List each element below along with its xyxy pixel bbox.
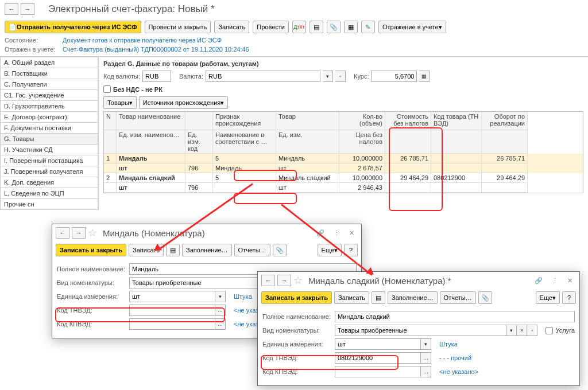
table-cell[interactable] <box>431 163 482 173</box>
sidebar-item[interactable]: E. Договор (контракт) <box>0 112 98 123</box>
table-cell[interactable] <box>482 183 528 193</box>
p2-kind-clear[interactable]: × <box>517 325 527 336</box>
table-cell[interactable]: 10,000000 <box>339 173 385 183</box>
table-cell[interactable] <box>431 183 482 193</box>
p1-list-icon[interactable]: ▤ <box>166 244 180 256</box>
novat-checkbox[interactable] <box>103 85 111 93</box>
favorite-icon[interactable]: ☆ <box>293 274 303 287</box>
p1-fill[interactable]: Заполнение… <box>182 244 232 256</box>
pencil-icon[interactable]: ✎ <box>361 21 375 33</box>
p1-tnved-input[interactable] <box>129 305 215 316</box>
sidebar-item[interactable]: A. Общий раздел <box>0 57 98 68</box>
p1-reports[interactable]: Отчеты… <box>234 244 270 256</box>
table-cell[interactable]: 1 <box>104 154 117 163</box>
table-cell[interactable] <box>185 154 213 163</box>
p2-fullname-input[interactable] <box>335 311 575 322</box>
p2-service-check[interactable] <box>546 327 553 334</box>
p2-tnved-na[interactable]: - - - прочий <box>439 354 471 361</box>
sidebar-item[interactable]: D. Грузоотправитель <box>0 101 98 112</box>
cur-open[interactable]: ▫ <box>335 71 346 82</box>
p2-list-icon[interactable]: ▤ <box>372 291 385 304</box>
p2-kpved-sel[interactable]: … <box>421 366 431 377</box>
p2-tnved-input[interactable] <box>335 352 421 364</box>
table-cell[interactable]: 26 785,71 <box>482 154 528 163</box>
reflect-link[interactable]: Счет-Фактура (выданный) ТДП00000002 от 1… <box>63 46 249 53</box>
p1-saveclose[interactable]: Записать и закрыть <box>56 244 126 256</box>
rate-calc[interactable]: ▦ <box>419 71 430 82</box>
p1-unit-drop[interactable]: ▾ <box>215 291 226 302</box>
state-link[interactable]: Документ готов к отправке получателю чер… <box>63 37 222 44</box>
more-icon[interactable]: ⋮ <box>334 229 340 237</box>
table-cell[interactable]: 10,000000 <box>339 154 385 163</box>
table-cell[interactable] <box>185 173 213 183</box>
p1-fwd[interactable]: → <box>72 227 86 239</box>
table-cell[interactable]: Миндаль <box>213 163 276 173</box>
table-cell[interactable] <box>431 154 482 163</box>
sidebar-item[interactable]: C1. Гос. учреждение <box>0 90 98 101</box>
p2-kind-drop[interactable]: ▾ <box>506 325 517 336</box>
table-cell[interactable]: шт <box>276 183 339 193</box>
p2-fwd[interactable]: → <box>277 275 291 286</box>
p2-more[interactable]: Еще ▾ <box>536 291 560 304</box>
p2-unit-drop[interactable]: ▾ <box>421 338 431 350</box>
table-cell[interactable]: 080212900 <box>431 173 482 183</box>
p1-more[interactable]: Еще ▾ <box>318 244 342 256</box>
list-icon[interactable]: ▤ <box>310 21 323 33</box>
reflect-button[interactable]: Отражение в учете ▾ <box>378 21 446 33</box>
link-icon[interactable]: 🔗 <box>535 277 543 284</box>
p2-kind-input[interactable] <box>335 325 506 336</box>
p2-back[interactable]: ← <box>261 275 275 286</box>
cur-code-input[interactable] <box>142 71 171 82</box>
help-icon[interactable]: ? <box>562 291 576 304</box>
p1-save[interactable]: Записать <box>129 244 164 256</box>
attach-icon[interactable]: 📎 <box>327 21 341 33</box>
favorite-icon[interactable]: ☆ <box>88 227 97 239</box>
table-cell[interactable]: 5 <box>213 173 276 183</box>
p2-fill[interactable]: Заполнение… <box>388 291 438 304</box>
close-icon[interactable]: ✕ <box>567 277 572 284</box>
table-cell[interactable]: 5 <box>213 154 276 163</box>
p2-kpved-na[interactable]: <не указано> <box>439 368 478 375</box>
p2-kpved-input[interactable] <box>335 366 421 377</box>
p2-tnved-sel[interactable]: … <box>421 352 431 364</box>
table-cell[interactable]: шт <box>117 183 185 193</box>
post-button[interactable]: Провести <box>253 21 289 33</box>
p2-kind-open[interactable]: ▫ <box>527 325 537 336</box>
sidebar-item[interactable]: Прочие сн <box>0 199 98 210</box>
table-cell[interactable]: 26 785,71 <box>385 154 431 163</box>
p2-unit-input[interactable] <box>335 338 421 350</box>
sidebar-item[interactable]: G. Товары <box>0 134 98 145</box>
sidebar-item[interactable]: K. Доп. сведения <box>0 177 98 188</box>
p1-tnved-sel[interactable]: … <box>215 305 226 316</box>
table-cell[interactable]: Миндаль <box>276 154 339 163</box>
sidebar-item[interactable]: L. Сведения по ЭЦП <box>0 188 98 199</box>
table-cell[interactable]: 2 946,43 <box>339 183 385 193</box>
p1-attach-icon[interactable]: 📎 <box>273 244 287 256</box>
nav-fwd-button[interactable]: → <box>21 3 34 15</box>
post-close-button[interactable]: Провести и закрыть <box>145 21 211 33</box>
table-cell[interactable]: 29 464,29 <box>385 173 431 183</box>
p1-unit-input[interactable] <box>129 291 215 302</box>
goods-dropdown[interactable]: Товары ▾ <box>103 96 137 109</box>
sidebar-item[interactable]: C. Получатели <box>0 79 98 90</box>
sidebar-item[interactable]: I. Поверенный поставщика <box>0 155 98 166</box>
save-button[interactable]: Записать <box>214 21 249 33</box>
table-cell[interactable]: 2 <box>104 173 117 183</box>
p2-attach-icon[interactable]: 📎 <box>478 291 492 304</box>
p2-reports[interactable]: Отчеты… <box>440 291 476 304</box>
p2-save[interactable]: Записать <box>334 291 369 304</box>
table-cell[interactable]: 2 678,57 <box>339 163 385 173</box>
rate-input[interactable] <box>371 71 417 82</box>
nav-back-button[interactable]: ← <box>5 3 18 15</box>
table-cell[interactable] <box>385 183 431 193</box>
table-cell[interactable]: 796 <box>185 163 213 173</box>
close-icon[interactable]: ✕ <box>349 229 354 237</box>
table-cell[interactable] <box>104 183 117 193</box>
sidebar-item[interactable]: J. Поверенный получателя <box>0 166 98 177</box>
table-cell[interactable]: 796 <box>185 183 213 193</box>
table-cell[interactable]: Миндаль сладкий <box>117 173 185 183</box>
p1-unit-link[interactable]: Штука <box>234 293 252 300</box>
cur-input[interactable] <box>206 71 320 82</box>
table-cell[interactable]: Миндаль <box>117 154 185 163</box>
table-cell[interactable]: шт <box>117 163 185 173</box>
